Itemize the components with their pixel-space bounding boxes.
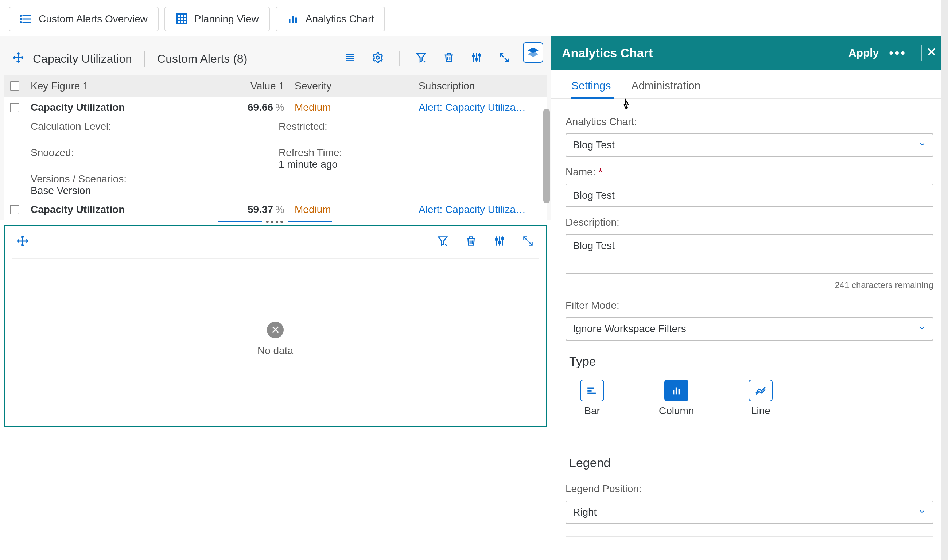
severity: Medium (288, 102, 412, 113)
side-panel: Analytics Chart Apply ••• Settings Admin… (551, 36, 948, 560)
tab-label: Analytics Chart (306, 13, 374, 25)
chart-panel: ✕ No data (4, 225, 547, 427)
grid-icon (175, 12, 189, 26)
legend-heading: Legend (569, 456, 933, 470)
svg-point-4 (20, 18, 22, 20)
legend-position-select[interactable]: Right (566, 501, 933, 524)
tab-settings[interactable]: Settings (571, 80, 611, 98)
apply-button[interactable]: Apply (848, 47, 879, 59)
alerts-panel-header: Capacity Utilization Custom Alerts (8) •… (4, 43, 547, 75)
severity: Medium (288, 204, 412, 215)
subscription-link[interactable]: Alert: Capacity Utiliza… (412, 204, 547, 215)
type-label: Line (751, 405, 770, 417)
chart-type-bar[interactable]: Bar (580, 380, 604, 417)
chart-type-column[interactable]: Column (659, 380, 694, 417)
trash-icon[interactable] (443, 51, 455, 66)
svg-rect-39 (676, 388, 677, 395)
svg-point-3 (20, 15, 22, 16)
chart-toolbar (5, 226, 546, 258)
chevron-down-icon (918, 323, 926, 335)
panel-title: Capacity Utilization (33, 52, 132, 66)
side-panel-header: Analytics Chart Apply ••• (551, 36, 948, 70)
splitter-handle[interactable]: •••• (0, 220, 551, 223)
versions-label: Versions / Scenarios: (31, 173, 264, 185)
col-value[interactable]: Value 1 (230, 80, 288, 92)
tab-label: Planning View (194, 13, 259, 25)
separator (399, 51, 400, 66)
tab-analytics-chart[interactable]: Analytics Chart (275, 6, 385, 31)
svg-rect-36 (587, 390, 591, 392)
tab-planning-view[interactable]: Planning View (165, 6, 270, 31)
filter-icon[interactable] (415, 51, 427, 66)
select-all-checkbox[interactable] (10, 81, 19, 91)
col-key-figure[interactable]: Key Figure 1 (26, 80, 230, 92)
description-textarea[interactable] (566, 234, 933, 274)
svg-rect-11 (289, 19, 291, 23)
alerts-table-header: Key Figure 1 Value 1 Severity Subscripti… (4, 75, 547, 97)
analytics-chart-select[interactable]: Blog Test (566, 134, 933, 157)
svg-point-20 (376, 56, 380, 59)
trash-icon[interactable] (465, 235, 477, 250)
window-scrollbar[interactable] (942, 0, 948, 560)
move-icon[interactable] (16, 235, 29, 250)
type-label: Bar (584, 405, 600, 417)
layers-button[interactable] (523, 42, 543, 63)
panel-subtitle: Custom Alerts (8) (157, 52, 247, 66)
key-figure: Capacity Utilization (26, 204, 230, 215)
col-severity[interactable]: Severity (288, 80, 412, 92)
table-row[interactable]: Capacity Utilization 69.66% Medium Alert… (4, 97, 547, 118)
no-data-text: No data (257, 345, 293, 357)
tab-administration[interactable]: Administration (631, 80, 700, 98)
svg-point-5 (20, 22, 22, 23)
svg-rect-35 (587, 388, 594, 389)
divider (566, 433, 933, 433)
tab-custom-alerts-overview[interactable]: Custom Alerts Overview (9, 6, 159, 31)
filter-mode-select[interactable]: Ignore Workspace Filters (566, 317, 933, 340)
analytics-chart-label: Analytics Chart: (566, 116, 933, 128)
snoozed-label: Snoozed: (31, 147, 264, 158)
scrollbar[interactable] (543, 109, 550, 203)
col-subscription[interactable]: Subscription (412, 80, 547, 92)
sliders-icon[interactable] (493, 235, 506, 250)
description-label: Description: (566, 217, 933, 228)
separator (921, 45, 922, 61)
side-title: Analytics Chart (562, 46, 653, 60)
filter-mode-value: Ignore Workspace Filters (573, 323, 686, 335)
char-remaining: 241 characters remaining (566, 280, 933, 290)
bar-chart-icon (286, 12, 300, 26)
svg-rect-13 (295, 17, 297, 24)
type-label: Column (659, 405, 694, 417)
row-checkbox[interactable] (10, 205, 19, 214)
chevron-down-icon (918, 506, 926, 518)
gear-icon[interactable] (372, 51, 384, 66)
sliders-icon[interactable] (470, 51, 483, 66)
name-label: Name: * (566, 166, 933, 178)
expand-icon[interactable] (498, 51, 511, 66)
row-checkbox[interactable] (10, 103, 19, 112)
expand-icon[interactable] (522, 235, 534, 250)
key-figure: Capacity Utilization (26, 102, 230, 113)
svg-rect-37 (587, 393, 596, 394)
svg-rect-12 (292, 16, 294, 23)
subscription-link[interactable]: Alert: Capacity Utiliza… (412, 102, 547, 113)
filter-icon[interactable] (436, 235, 449, 250)
more-icon[interactable]: ••• (889, 46, 906, 60)
name-input[interactable] (566, 184, 933, 207)
rows-icon[interactable] (344, 51, 356, 66)
legend-position-label: Legend Position: (566, 483, 933, 495)
svg-rect-38 (673, 391, 674, 394)
divider (566, 536, 933, 537)
tab-label: Custom Alerts Overview (38, 13, 148, 25)
analytics-chart-value: Blog Test (573, 139, 615, 151)
divider (145, 51, 145, 67)
calc-level-label: Calculation Level: (31, 121, 264, 132)
restricted-label: Restricted: (279, 121, 342, 132)
chart-canvas: ✕ No data (12, 258, 539, 419)
chevron-down-icon (918, 139, 926, 151)
chart-type-line[interactable]: Line (749, 380, 773, 417)
refresh-label: Refresh Time: (279, 147, 342, 158)
side-tabs: Settings Administration (551, 70, 948, 99)
close-icon[interactable] (926, 46, 937, 60)
move-icon[interactable] (12, 52, 24, 66)
legend-position-value: Right (573, 506, 597, 518)
